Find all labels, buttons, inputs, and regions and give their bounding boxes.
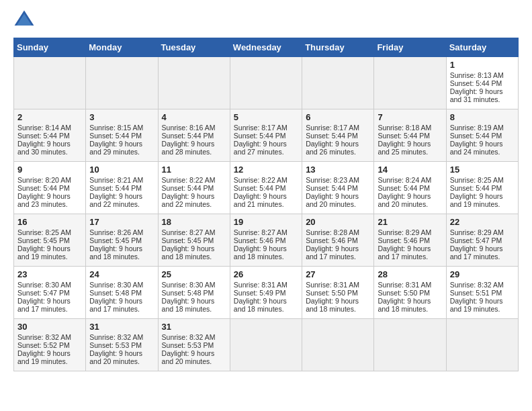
sunrise: Sunrise: 8:22 AM [162, 176, 216, 184]
day-cell-26: 26Sunrise: 8:31 AMSunset: 5:49 PMDayligh… [230, 267, 302, 319]
day-number: 17 [89, 217, 154, 227]
day-cell-8: 8Sunrise: 8:19 AMSunset: 5:44 PMDaylight… [446, 109, 518, 162]
day-number: 31 [89, 322, 154, 332]
daylight: Daylight: 9 hours and 18 minutes. [234, 244, 287, 261]
daylight: Daylight: 9 hours and 22 minutes. [89, 192, 142, 208]
day-number: 16 [17, 217, 82, 227]
daylight: Daylight: 9 hours and 17 minutes. [89, 297, 142, 313]
day-number: 28 [378, 269, 442, 279]
sunrise: Sunrise: 8:17 AM [306, 124, 359, 132]
weekday-header-friday: Friday [374, 38, 446, 57]
daylight: Daylight: 9 hours and 25 minutes. [378, 140, 431, 156]
sunrise: Sunrise: 8:29 AM [378, 228, 431, 236]
sunset: Sunset: 5:53 PM [162, 341, 214, 349]
sunset: Sunset: 5:45 PM [89, 236, 142, 244]
empty-cell [374, 319, 446, 371]
daylight: Daylight: 9 hours and 18 minutes. [306, 297, 359, 313]
day-cell-10: 10Sunrise: 8:21 AMSunset: 5:44 PMDayligh… [86, 162, 158, 214]
day-cell-7: 7Sunrise: 8:18 AMSunset: 5:44 PMDaylight… [374, 109, 446, 162]
sunset: Sunset: 5:48 PM [89, 289, 142, 297]
sunset: Sunset: 5:44 PM [234, 184, 286, 192]
page-container: SundayMondayTuesdayWednesdayThursdayFrid… [0, 0, 532, 378]
day-number: 20 [306, 217, 370, 227]
day-cell-20: 20Sunrise: 8:28 AMSunset: 5:46 PMDayligh… [302, 214, 374, 267]
sunrise: Sunrise: 8:22 AM [234, 176, 287, 184]
sunset: Sunset: 5:44 PM [17, 184, 70, 192]
day-cell-9: 9Sunrise: 8:20 AMSunset: 5:44 PMDaylight… [14, 162, 86, 214]
sunset: Sunset: 5:45 PM [17, 236, 70, 244]
weekday-header-thursday: Thursday [302, 38, 374, 57]
day-cell-22: 22Sunrise: 8:29 AMSunset: 5:47 PMDayligh… [446, 214, 518, 267]
day-cell-29: 29Sunrise: 8:32 AMSunset: 5:51 PMDayligh… [446, 267, 518, 319]
empty-cell [158, 57, 230, 109]
empty-cell [230, 319, 302, 371]
day-cell-4: 4Sunrise: 8:16 AMSunset: 5:44 PMDaylight… [158, 109, 230, 162]
sunset: Sunset: 5:46 PM [234, 236, 286, 244]
day-number: 2 [17, 112, 82, 122]
weekday-header-wednesday: Wednesday [230, 38, 302, 57]
sunset: Sunset: 5:48 PM [162, 289, 214, 297]
day-cell-13: 13Sunrise: 8:23 AMSunset: 5:44 PMDayligh… [302, 162, 374, 214]
sunset: Sunset: 5:49 PM [234, 289, 286, 297]
day-number: 7 [378, 112, 442, 122]
sunrise: Sunrise: 8:28 AM [306, 228, 359, 236]
day-cell-18: 18Sunrise: 8:27 AMSunset: 5:45 PMDayligh… [158, 214, 230, 267]
sunrise: Sunrise: 8:30 AM [89, 281, 143, 289]
daylight: Daylight: 9 hours and 27 minutes. [234, 140, 287, 156]
logo-icon [13, 9, 35, 31]
sunrise: Sunrise: 8:25 AM [17, 228, 71, 236]
daylight: Daylight: 9 hours and 31 minutes. [450, 87, 503, 103]
day-number: 26 [234, 269, 298, 279]
sunset: Sunset: 5:44 PM [450, 79, 502, 87]
week-row-5: 23Sunrise: 8:30 AMSunset: 5:47 PMDayligh… [14, 267, 519, 319]
sunrise: Sunrise: 8:13 AM [450, 71, 504, 79]
day-cell-31: 31Sunrise: 8:32 AMSunset: 5:53 PMDayligh… [86, 319, 158, 371]
empty-cell [302, 57, 374, 109]
day-number: 23 [17, 269, 82, 279]
weekday-header-saturday: Saturday [446, 38, 518, 57]
day-number: 6 [306, 112, 370, 122]
day-cell-31: 31Sunrise: 8:32 AMSunset: 5:53 PMDayligh… [158, 319, 230, 371]
sunset: Sunset: 5:51 PM [450, 289, 502, 297]
day-cell-11: 11Sunrise: 8:22 AMSunset: 5:44 PMDayligh… [158, 162, 230, 214]
logo [13, 11, 38, 32]
day-number: 10 [89, 165, 154, 175]
daylight: Daylight: 9 hours and 29 minutes. [89, 140, 142, 156]
day-number: 11 [162, 165, 226, 175]
sunset: Sunset: 5:50 PM [378, 289, 430, 297]
sunrise: Sunrise: 8:16 AM [162, 124, 216, 132]
day-number: 4 [162, 112, 226, 122]
weekday-header-monday: Monday [86, 38, 158, 57]
sunrise: Sunrise: 8:17 AM [234, 124, 287, 132]
day-cell-12: 12Sunrise: 8:22 AMSunset: 5:44 PMDayligh… [230, 162, 302, 214]
empty-cell [86, 57, 158, 109]
day-number: 13 [306, 165, 370, 175]
sunrise: Sunrise: 8:32 AM [450, 281, 504, 289]
daylight: Daylight: 9 hours and 19 minutes. [450, 297, 503, 313]
day-number: 8 [450, 112, 515, 122]
sunrise: Sunrise: 8:29 AM [450, 228, 504, 236]
sunrise: Sunrise: 8:26 AM [89, 228, 143, 236]
daylight: Daylight: 9 hours and 17 minutes. [17, 297, 71, 313]
header-row [13, 11, 519, 32]
daylight: Daylight: 9 hours and 18 minutes. [378, 297, 431, 313]
day-cell-24: 24Sunrise: 8:30 AMSunset: 5:48 PMDayligh… [86, 267, 158, 319]
sunset: Sunset: 5:44 PM [378, 184, 430, 192]
sunrise: Sunrise: 8:21 AM [89, 176, 143, 184]
daylight: Daylight: 9 hours and 18 minutes. [89, 244, 142, 261]
day-number: 19 [234, 217, 298, 227]
sunset: Sunset: 5:44 PM [89, 132, 142, 140]
day-cell-6: 6Sunrise: 8:17 AMSunset: 5:44 PMDaylight… [302, 109, 374, 162]
daylight: Daylight: 9 hours and 18 minutes. [162, 244, 215, 261]
week-row-3: 9Sunrise: 8:20 AMSunset: 5:44 PMDaylight… [14, 162, 519, 214]
day-cell-25: 25Sunrise: 8:30 AMSunset: 5:48 PMDayligh… [158, 267, 230, 319]
daylight: Daylight: 9 hours and 24 minutes. [450, 140, 503, 156]
sunset: Sunset: 5:46 PM [306, 236, 358, 244]
sunrise: Sunrise: 8:19 AM [450, 124, 504, 132]
day-number: 27 [306, 269, 370, 279]
day-number: 21 [378, 217, 442, 227]
sunset: Sunset: 5:52 PM [17, 341, 70, 349]
sunrise: Sunrise: 8:14 AM [17, 124, 71, 132]
empty-cell [374, 57, 446, 109]
day-number: 29 [450, 269, 515, 279]
